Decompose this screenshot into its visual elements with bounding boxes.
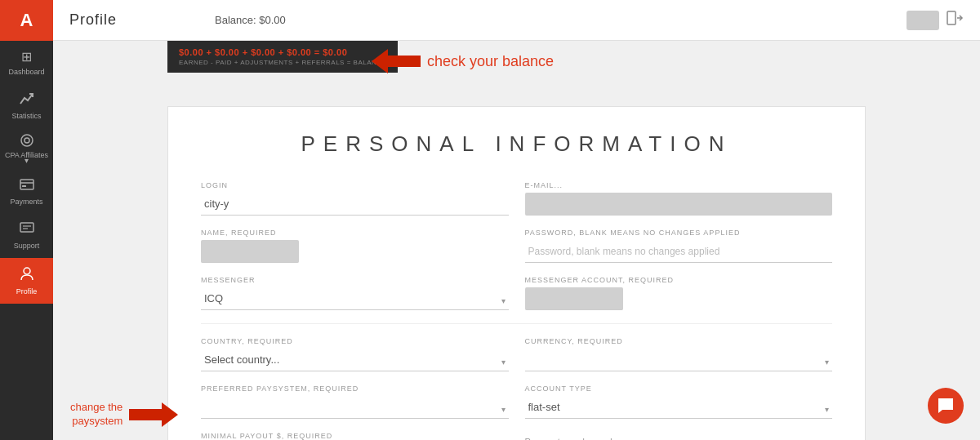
dashboard-icon: ⊞ <box>21 49 32 64</box>
currency-select-wrapper <box>525 349 833 371</box>
form-group-country: COUNTRY, REQUIRED Select country... <box>201 337 509 371</box>
paysystem-select[interactable] <box>201 396 509 419</box>
messenger-account-masked <box>525 287 623 310</box>
payout-info: Payments on demand Holds for no long <box>525 435 833 440</box>
balance-value: $0.00 <box>259 14 286 26</box>
support-icon <box>20 222 34 238</box>
svg-point-1 <box>24 138 29 143</box>
sidebar-item-label-dashboard: Dashboard <box>8 68 44 76</box>
account-type-select-wrapper: flat-set <box>525 396 833 419</box>
currency-select[interactable] <box>525 349 833 371</box>
change-paysystem-annotation: change thepaysystem <box>70 401 178 429</box>
check-balance-text: check your balance <box>427 53 554 70</box>
currency-label: CURRENCY, REQUIRED <box>525 337 833 345</box>
form-group-password: PASSWORD, BLANK MEANS NO CHANGES APPLIED <box>525 229 833 263</box>
sidebar-logo[interactable]: A <box>0 0 53 41</box>
sidebar-item-profile[interactable]: Profile <box>0 258 53 304</box>
form-row-messenger: MESSENGER ICQ Skype Telegram MESSENGER A… <box>201 276 832 310</box>
chat-icon <box>937 397 955 415</box>
form-group-name: NAME, REQUIRED <box>201 229 509 263</box>
form-group-currency: CURRENCY, REQUIRED <box>525 337 833 371</box>
cpa-icon <box>20 133 34 151</box>
svg-rect-5 <box>20 223 33 232</box>
form-group-account-type: ACCOUNT TYPE flat-set <box>525 384 833 419</box>
balance-labels: EARNED - PAID + ADJUSTMENTS + REFERRALS … <box>179 59 386 66</box>
country-label: COUNTRY, REQUIRED <box>201 337 509 345</box>
login-label: LOGIN <box>201 181 509 189</box>
form-row-login-email: LOGIN E-MAIL... <box>201 181 832 216</box>
sidebar-item-statistics[interactable]: Statistics <box>0 84 53 128</box>
profile-form-card: change thepaysystem PERSONAL INFORMATION… <box>167 106 866 440</box>
sidebar-item-label-profile: Profile <box>16 287 38 296</box>
login-input[interactable] <box>201 193 509 216</box>
name-masked <box>201 240 299 263</box>
svg-rect-4 <box>22 185 26 187</box>
topbar-balance: Balance: $0.00 <box>215 14 286 26</box>
check-balance-annotation: check your balance <box>372 49 554 73</box>
payout-info-line1: Payments on demand <box>525 435 833 440</box>
form-group-payout-info: Payments on demand Holds for no long <box>525 432 833 440</box>
messenger-select[interactable]: ICQ Skype Telegram <box>201 287 509 310</box>
statistics-icon <box>20 92 34 109</box>
chat-button[interactable] <box>928 388 964 424</box>
arrow-right-icon <box>129 402 178 427</box>
messenger-account-label: MESSENGER ACCOUNT, REQUIRED <box>525 276 833 284</box>
logout-icon[interactable] <box>946 9 964 31</box>
form-row-payout: MINIMAL PAYOUT $, REQUIRED Payments on d… <box>201 432 832 440</box>
main-area: Profile Balance: $0.00 $0.00 + $0.00 + $… <box>53 0 980 440</box>
form-row-country-currency: COUNTRY, REQUIRED Select country... CURR… <box>201 337 832 371</box>
form-group-messenger: MESSENGER ICQ Skype Telegram <box>201 276 509 310</box>
topbar-actions <box>906 9 964 31</box>
svg-point-0 <box>21 135 33 146</box>
page-title: Profile <box>69 11 117 29</box>
balance-formula: $0.00 + $0.00 + $0.00 + $0.00 = $0.00 <box>179 47 386 57</box>
password-input[interactable] <box>525 240 833 263</box>
svg-marker-12 <box>129 402 178 427</box>
sidebar-item-label-support: Support <box>14 242 40 250</box>
balance-banner: $0.00 + $0.00 + $0.00 + $0.00 = $0.00 EA… <box>167 41 398 73</box>
sidebar: A ⊞ Dashboard Statistics CPA Affiliates … <box>0 0 53 440</box>
email-label: E-MAIL... <box>525 181 833 189</box>
topbar: Profile Balance: $0.00 <box>53 0 980 41</box>
payments-icon <box>20 178 34 194</box>
minimal-payout-label: MINIMAL PAYOUT $, REQUIRED <box>201 432 509 440</box>
account-type-label: ACCOUNT TYPE <box>525 384 833 393</box>
form-group-email: E-MAIL... <box>525 181 833 216</box>
form-group-login: LOGIN <box>201 181 509 216</box>
messenger-label: MESSENGER <box>201 276 509 284</box>
password-label: PASSWORD, BLANK MEANS NO CHANGES APPLIED <box>525 229 833 237</box>
sidebar-item-payments[interactable]: Payments <box>0 170 53 214</box>
name-label: NAME, REQUIRED <box>201 229 509 237</box>
form-group-minimal-payout: MINIMAL PAYOUT $, REQUIRED <box>201 432 509 440</box>
form-row-paysystem-account: PREFERRED PAYSYSTEM, REQUIRED ACCOUNT TY… <box>201 384 832 419</box>
paysystem-label: PREFERRED PAYSYSTEM, REQUIRED <box>201 384 509 393</box>
form-group-paysystem: PREFERRED PAYSYSTEM, REQUIRED <box>201 384 509 419</box>
form-group-messenger-account: MESSENGER ACCOUNT, REQUIRED <box>525 276 833 310</box>
sidebar-item-dashboard[interactable]: ⊞ Dashboard <box>0 41 53 84</box>
form-row-name-password: NAME, REQUIRED PASSWORD, BLANK MEANS NO … <box>201 229 832 263</box>
form-title: PERSONAL INFORMATION <box>201 131 832 157</box>
messenger-select-wrapper: ICQ Skype Telegram <box>201 287 509 310</box>
topbar-extra-button[interactable] <box>906 11 939 30</box>
form-divider-1 <box>201 323 832 324</box>
svg-rect-2 <box>20 180 33 189</box>
profile-icon <box>20 266 34 284</box>
country-select-wrapper: Select country... <box>201 349 509 371</box>
sidebar-item-support[interactable]: Support <box>0 214 53 258</box>
content-area: $0.00 + $0.00 + $0.00 + $0.00 = $0.00 EA… <box>53 41 980 440</box>
account-type-select[interactable]: flat-set <box>525 396 833 419</box>
svg-point-8 <box>24 268 30 274</box>
paysystem-select-wrapper <box>201 396 509 419</box>
sidebar-item-label-payments: Payments <box>10 198 42 206</box>
chevron-down-icon: ▾ <box>24 156 29 165</box>
email-masked <box>525 193 833 216</box>
arrow-left-icon <box>372 49 421 73</box>
change-paysystem-text: change thepaysystem <box>70 401 122 429</box>
balance-label: Balance: <box>215 14 256 26</box>
country-select[interactable]: Select country... <box>201 349 509 371</box>
svg-marker-11 <box>372 49 421 73</box>
sidebar-item-cpa[interactable]: CPA Affiliates ▾ <box>0 128 53 170</box>
sidebar-item-label-statistics: Statistics <box>11 112 41 120</box>
svg-rect-9 <box>947 11 956 24</box>
